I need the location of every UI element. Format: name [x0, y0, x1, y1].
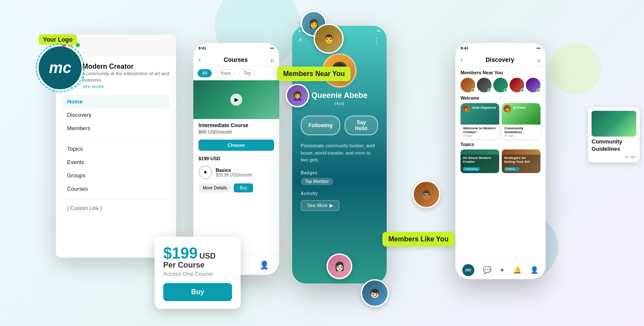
welcome-card-body-1: Welcome to Modern Creator! 2d ago — [461, 125, 499, 139]
courses-title: Courses — [201, 56, 271, 63]
basics-row: ✦ Basics $39.99 USD/month — [193, 163, 279, 182]
more-details-row: More Details Buy — [193, 182, 279, 196]
topics-section: Topics All About Modern Creator Followin… — [455, 140, 546, 175]
basics-text: Basics $39.99 USD/month — [216, 168, 252, 177]
floating-avatar-6: 👦🏻 — [361, 279, 389, 307]
tab-all[interactable]: All — [198, 69, 212, 77]
topic-follow-2[interactable]: Follow... — [504, 167, 519, 171]
profile-bio: Passionate community builder, avid boxer… — [292, 140, 387, 168]
discovery-search-icon[interactable]: ⌕ — [537, 56, 540, 63]
profile-name: Queenie Abebe — [311, 91, 367, 100]
choose-button[interactable]: Choose — [198, 140, 274, 151]
wc-avatar-2: 👨 — [504, 105, 511, 113]
say-hello-button[interactable]: Say Hello — [345, 116, 378, 135]
see-more-button[interactable]: See More ▶ — [301, 200, 339, 211]
member-avatar-2[interactable] — [477, 78, 491, 92]
discovery-bottom-bar: mc 💬 + 🔔 👤 — [455, 260, 546, 279]
pricing-label: Per Course — [163, 261, 232, 270]
guidelines-card[interactable]: Community Guidelines 3h ago — [588, 107, 640, 162]
course-image: ▶ — [193, 80, 279, 119]
topic-overlay-1: All About Modern Creator Following — [461, 155, 499, 173]
wc-avatar-1: 👩 — [462, 105, 470, 113]
welcome-card-2[interactable]: 👨 Al Patel Community Guidelines 3h ago — [502, 103, 540, 139]
courses-status-bar: 9:41 ▪▪▪ — [193, 43, 279, 53]
topic-follow-1[interactable]: Following — [463, 167, 480, 171]
course-img-placeholder: ▶ — [193, 80, 279, 119]
discovery-nav-logo[interactable]: mc — [462, 264, 474, 276]
nav-item-members[interactable]: Members — [63, 122, 169, 135]
web-community-info: Modern Creator a community at the inters… — [82, 63, 169, 89]
discovery-nav-person[interactable]: 👤 — [530, 266, 539, 274]
tab-yours[interactable]: Yours — [215, 69, 235, 77]
phone-discovery: 9:41 ▪▪▪ ‹ Discovery ⌕ Members Near You … — [455, 43, 546, 279]
topic-card-1[interactable]: All About Modern Creator Following — [461, 149, 499, 173]
floating-avatar-3: 👩‍🦱 — [286, 84, 309, 107]
discovery-title: Discovery — [463, 56, 537, 63]
guidelines-time: 3h ago — [592, 155, 636, 159]
nav-item-home[interactable]: Home — [63, 95, 169, 108]
welcome-section: Welcome 👩 Jada Haywood Welcome to Modern… — [455, 94, 546, 140]
members-near-row — [461, 78, 540, 92]
activity-section: See More ▶ — [292, 197, 387, 213]
member-avatar-1[interactable] — [461, 78, 475, 92]
nav-divider — [63, 138, 169, 139]
welcome-card-img-1: 👩 Jada Haywood — [461, 103, 499, 125]
members-near-section: Members Near You — [455, 67, 546, 94]
discovery-nav-bell[interactable]: 🔔 — [513, 266, 522, 274]
following-button[interactable]: Following — [301, 116, 340, 135]
discovery-nav-chat[interactable]: 💬 — [483, 266, 491, 274]
web-see-more[interactable]: SEE MORE — [82, 85, 169, 89]
member-avatar-4[interactable] — [510, 78, 524, 92]
profile-actions: Following Say Hello — [292, 110, 387, 140]
welcome-cards: 👩 Jada Haywood Welcome to Modern Creator… — [461, 103, 540, 139]
web-custom-link[interactable]: { Custom Link } — [63, 203, 169, 214]
courses-search-icon[interactable]: ⌕ — [271, 56, 274, 63]
wc-author-2: Al Patel — [513, 106, 525, 110]
profile-dots-menu[interactable]: ⋮ — [373, 36, 381, 46]
callout-members-near: Members Near You — [277, 67, 351, 81]
mc-circle: mc — [39, 46, 82, 89]
members-near-title: Members Near You — [461, 70, 540, 75]
nav-item-events[interactable]: Events — [63, 155, 169, 169]
nav-item-groups[interactable]: Groups — [63, 169, 169, 182]
discovery-status-bar: 9:41 ▪▪▪ — [455, 43, 546, 53]
tab-top[interactable]: Top — [239, 69, 255, 77]
member-avatar-3[interactable] — [493, 78, 508, 92]
badge-row: Top Member — [292, 176, 387, 189]
floating-avatar-5: 👩🏻 — [327, 253, 352, 279]
pricing-dollar: $199 — [163, 244, 198, 262]
more-details-button[interactable]: More Details — [198, 183, 231, 192]
pricing-buy-button[interactable]: Buy — [163, 283, 232, 301]
callout-members-like: Members Like You — [382, 232, 455, 247]
nav-item-topics[interactable]: Topics — [63, 142, 169, 155]
nav-item-courses[interactable]: Courses — [63, 182, 169, 195]
web-community-desc: a community at the intersection of art a… — [82, 70, 169, 84]
nav-divider-2 — [63, 199, 169, 199]
buy-button-sm[interactable]: Buy — [234, 183, 253, 192]
topics-cards: All About Modern Creator Following Strat… — [461, 149, 540, 173]
mc-logo-text: mc — [49, 59, 71, 77]
pricing-card: $199 USD Per Course Access One Course Bu… — [155, 237, 241, 309]
play-button[interactable]: ▶ — [230, 94, 242, 106]
main-scene: Your Logo mc mc Modern Creator a communi… — [0, 0, 644, 326]
welcome-card-1[interactable]: 👩 Jada Haywood Welcome to Modern Creator… — [461, 103, 499, 139]
badges-label: Badges — [292, 168, 387, 176]
pricing-amount: $199 USD — [163, 244, 232, 262]
pricing-access: Access One Course — [163, 271, 232, 277]
discovery-nav-plus[interactable]: + — [500, 266, 504, 274]
pricing-currency: USD — [199, 252, 216, 261]
topic-card-2[interactable]: Strategies for Selling Your Art Follow..… — [502, 149, 540, 173]
badge-top-member: Top Member — [301, 178, 333, 185]
nav-item-discovery[interactable]: Discovery — [63, 108, 169, 122]
discovery-header: ‹ Discovery ⌕ — [455, 53, 546, 67]
wc-title-1: Welcome to Modern Creator! — [463, 126, 497, 134]
activity-label: Activity — [292, 189, 387, 197]
profile-role: Host — [335, 101, 345, 106]
welcome-card-body-2: Community Guidelines 3h ago — [502, 125, 540, 139]
member-avatar-5[interactable] — [526, 78, 540, 92]
courses-header: ‹ Courses ⌕ — [193, 53, 279, 67]
guidelines-title: Community Guidelines — [592, 138, 636, 153]
course-title: Intermediate Course — [198, 122, 274, 128]
bottom-icon-person[interactable]: 👤 — [259, 260, 269, 270]
profile-back-chevron[interactable]: ∧ — [298, 36, 302, 46]
